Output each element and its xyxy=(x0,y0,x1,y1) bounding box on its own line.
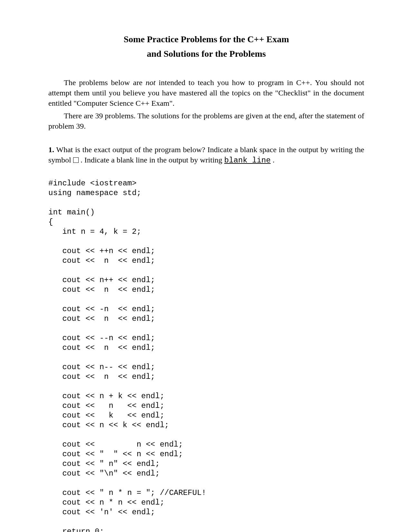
question-text-c: . xyxy=(271,156,275,164)
title-line-1: Some Practice Problems for the C++ Exam xyxy=(48,32,364,47)
document-page: Some Practice Problems for the C++ Exam … xyxy=(0,0,411,532)
title-line-2: and Solutions for the Problems xyxy=(48,47,364,61)
intro-paragraph-1: The problems below are not intended to t… xyxy=(48,77,364,109)
code-listing: #include <iostream> using namespace std;… xyxy=(48,179,364,532)
document-title: Some Practice Problems for the C++ Exam … xyxy=(48,32,364,61)
intro-text-a: The problems below are xyxy=(64,78,146,87)
intro-not: not xyxy=(146,78,156,87)
question-text-b: . Indicate a blank line in the output by… xyxy=(79,156,224,164)
question-1: 1. What is the exact output of the progr… xyxy=(48,144,364,166)
blank-line-literal: blank line xyxy=(224,156,271,165)
blank-square-icon xyxy=(73,157,79,163)
intro-paragraph-2: There are 39 problems. The solutions for… xyxy=(48,111,364,132)
question-number: 1. xyxy=(48,145,54,154)
